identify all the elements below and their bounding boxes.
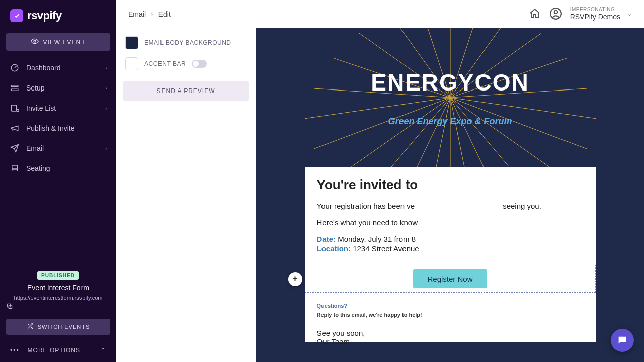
view-event-button[interactable]: VIEW EVENT xyxy=(6,33,110,51)
svg-line-19 xyxy=(450,98,567,167)
shuffle-icon xyxy=(27,323,34,331)
signature-team: Our Team xyxy=(317,337,584,346)
nav: Dashboard › Setup › Invite List › Publis… xyxy=(0,58,116,178)
svg-line-24 xyxy=(425,98,450,167)
chevron-up-icon: ⌃ xyxy=(101,347,106,354)
chevron-right-icon: › xyxy=(105,65,107,71)
register-button[interactable]: Register Now xyxy=(413,269,487,288)
nav-dashboard[interactable]: Dashboard › xyxy=(0,58,116,78)
list-icon xyxy=(10,104,19,113)
main: Email › Edit IMPERSONATING RSVPify Demos… xyxy=(116,0,644,362)
color-swatch[interactable] xyxy=(125,36,138,49)
nav-label: Publish & Invite xyxy=(26,124,75,132)
chevron-right-icon: › xyxy=(151,10,153,18)
email-canvas: ENERGYCON Green Energy Expo & Forum You'… xyxy=(256,28,644,362)
hero-title: ENERGYCON xyxy=(371,69,529,96)
nav-label: Email xyxy=(26,144,44,152)
email-heading: You're invited to xyxy=(317,177,584,193)
signature-line: See you soon, xyxy=(317,329,584,337)
more-options-label: MORE OPTIONS xyxy=(28,347,80,354)
nav-label: Seating xyxy=(26,164,50,172)
nav-seating[interactable]: Seating xyxy=(0,158,116,178)
status-badge: PUBLISHED xyxy=(37,271,79,280)
svg-point-5 xyxy=(17,109,19,112)
breadcrumb: Email › Edit xyxy=(128,10,171,18)
impersonating-label: IMPERSONATING xyxy=(570,7,620,13)
view-event-label: VIEW EVENT xyxy=(43,39,85,46)
gauge-icon xyxy=(10,63,19,72)
send-preview-button[interactable]: SEND A PREVIEW xyxy=(123,81,249,101)
accent-label: ACCENT BAR xyxy=(144,60,186,67)
event-name: Event Interest Form xyxy=(5,284,111,292)
email-card: ENERGYCON Green Energy Expo & Forum You'… xyxy=(305,28,596,342)
questions-sub: Reply to this email, we're happy to help… xyxy=(317,312,584,318)
svg-rect-2 xyxy=(11,85,18,87)
home-icon[interactable] xyxy=(528,7,542,21)
user-icon[interactable] xyxy=(549,7,563,21)
megaphone-icon xyxy=(10,124,19,133)
crumb-edit: Edit xyxy=(158,10,171,18)
switch-events-label: SWITCH EVENTS xyxy=(38,324,90,330)
chevron-right-icon: › xyxy=(105,105,107,111)
chevron-right-icon: › xyxy=(105,145,107,151)
chat-bubble[interactable] xyxy=(611,329,634,352)
switch-events-button[interactable]: SWITCH EVENTS xyxy=(6,319,110,335)
eye-icon xyxy=(31,38,39,46)
impersonating-name: RSVPify Demos xyxy=(570,13,620,21)
svg-rect-4 xyxy=(11,105,17,111)
svg-point-0 xyxy=(34,40,36,42)
accent-toggle[interactable] xyxy=(192,60,207,68)
dots-icon: ••• xyxy=(10,347,20,354)
sunburst-graphic xyxy=(305,28,596,167)
email-date-line: Date: Monday, July 31 from 8 xyxy=(317,235,584,243)
accent-bar-row[interactable]: ACCENT BAR xyxy=(123,53,249,74)
nav-label: Dashboard xyxy=(26,64,61,72)
add-block-button[interactable]: + xyxy=(288,272,302,286)
copy-icon[interactable] xyxy=(0,301,116,314)
chevron-down-icon[interactable]: ⌄ xyxy=(627,11,632,17)
email-hero[interactable]: ENERGYCON Green Energy Expo & Forum xyxy=(305,28,596,167)
nav-setup[interactable]: Setup › xyxy=(0,78,116,98)
svg-rect-3 xyxy=(11,89,18,90)
event-info: PUBLISHED Event Interest Form https://ev… xyxy=(0,270,116,301)
nav-label: Invite List xyxy=(26,104,56,112)
more-options[interactable]: ••• MORE OPTIONS ⌃ xyxy=(0,340,116,362)
svg-line-22 xyxy=(450,98,476,167)
questions-heading: Questions? xyxy=(317,303,584,309)
nav-label: Setup xyxy=(26,84,45,92)
send-icon xyxy=(10,144,19,153)
email-paragraph: Your registration has been ve seeing you… xyxy=(317,202,584,210)
hero-subtitle: Green Energy Expo & Forum xyxy=(388,116,512,127)
event-url[interactable]: https://eventinterestform.rsvpify.com xyxy=(5,295,111,301)
svg-line-27 xyxy=(334,98,450,167)
settings-panel: EMAIL BODY BACKGROUND ACCENT BAR SEND A … xyxy=(116,28,256,362)
sidebar: rsvpify VIEW EVENT Dashboard › Setup › I… xyxy=(0,0,116,362)
nav-publish[interactable]: Publish & Invite xyxy=(0,118,116,138)
impersonating-block[interactable]: IMPERSONATING RSVPify Demos xyxy=(570,7,620,21)
logo-check-icon xyxy=(10,9,23,22)
svg-rect-6 xyxy=(12,165,18,168)
email-paragraph: Here's what you need to know xyxy=(317,218,584,227)
body-bg-label: EMAIL BODY BACKGROUND xyxy=(144,39,231,46)
sliders-icon xyxy=(10,83,19,93)
logo[interactable]: rsvpify xyxy=(0,0,116,29)
color-swatch[interactable] xyxy=(125,57,138,70)
email-location-line: Location: 1234 Street Avenue xyxy=(317,244,584,253)
email-body-bg-row[interactable]: EMAIL BODY BACKGROUND xyxy=(123,32,249,53)
email-body[interactable]: You're invited to Your registration has … xyxy=(305,167,596,362)
svg-point-10 xyxy=(554,11,557,14)
crumb-email[interactable]: Email xyxy=(128,10,146,18)
brand-text: rsvpify xyxy=(27,9,62,22)
cta-block[interactable]: + Register Now xyxy=(305,265,596,293)
chair-icon xyxy=(10,164,19,173)
chevron-right-icon: › xyxy=(105,85,107,91)
nav-email[interactable]: Email › xyxy=(0,138,116,158)
nav-invite-list[interactable]: Invite List › xyxy=(0,98,116,118)
topbar: Email › Edit IMPERSONATING RSVPify Demos… xyxy=(116,0,644,28)
